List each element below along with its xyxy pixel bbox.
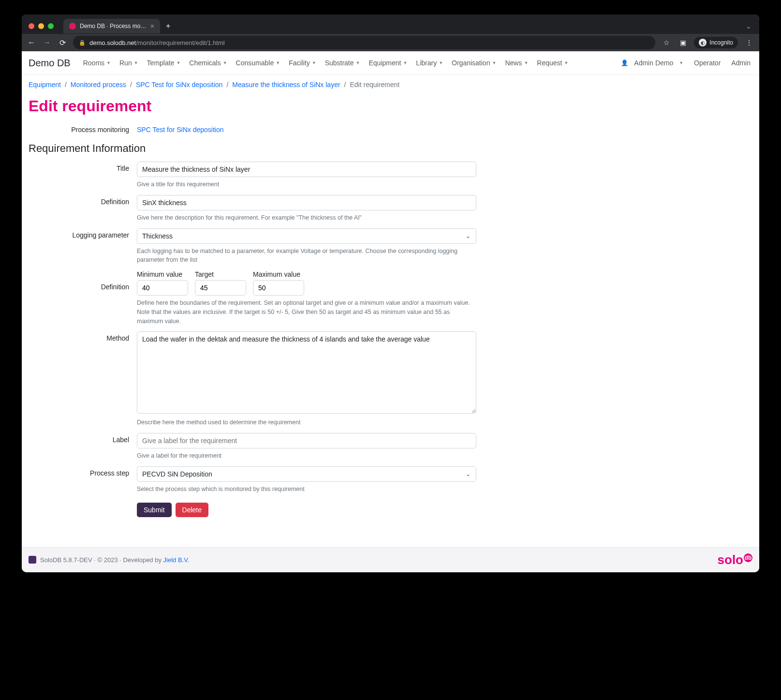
nav-template[interactable]: Template▼ bbox=[143, 56, 185, 70]
nav-library[interactable]: Library▼ bbox=[412, 56, 447, 70]
target-label: Target bbox=[195, 270, 246, 278]
field-bounds-label: Definition bbox=[29, 270, 137, 326]
forward-button[interactable]: → bbox=[42, 38, 52, 47]
footer-link[interactable]: Jield B.V. bbox=[163, 556, 190, 564]
nav-operator[interactable]: Operator bbox=[692, 56, 722, 70]
breadcrumb-spc-test[interactable]: SPC Test for SiNx deposition bbox=[136, 81, 223, 89]
page-title: Edit requirement bbox=[29, 97, 752, 115]
chevron-down-icon: ▼ bbox=[564, 60, 568, 65]
field-definition-row: Definition Give here the description for… bbox=[29, 195, 476, 223]
panel-icon[interactable]: ▣ bbox=[678, 39, 688, 46]
max-label: Maximum value bbox=[253, 270, 304, 278]
field-method-label: Method bbox=[29, 331, 137, 427]
close-tab-icon[interactable]: × bbox=[150, 22, 154, 30]
chevron-down-icon: ▼ bbox=[176, 60, 180, 65]
field-process-step-select[interactable]: PECVD SiN Deposition bbox=[137, 466, 476, 482]
field-method-help: Describe here the method used to determi… bbox=[137, 418, 476, 427]
nav-chemicals[interactable]: Chemicals▼ bbox=[185, 56, 231, 70]
browser-window: Demo DB · Process monitoring × + ⌄ ← → ⟳… bbox=[22, 15, 759, 572]
nav-rooms[interactable]: Rooms▼ bbox=[79, 56, 115, 70]
browser-tab[interactable]: Demo DB · Process monitoring × bbox=[63, 19, 160, 33]
field-bounds-row: Definition Minimum value Target Maximum … bbox=[29, 270, 476, 326]
kebab-menu-icon[interactable]: ⋮ bbox=[744, 39, 754, 46]
field-logging-param-select[interactable]: Thickness bbox=[137, 228, 476, 244]
section-heading: Requirement Information bbox=[29, 142, 752, 155]
incognito-badge[interactable]: ◐ Incognito bbox=[694, 37, 738, 48]
url-text: demo.solodb.net/monitor/requirement/edit… bbox=[89, 39, 225, 46]
breadcrumb-equipment[interactable]: Equipment bbox=[29, 81, 61, 89]
chevron-down-icon: ▼ bbox=[492, 60, 496, 65]
breadcrumb-monitored-process[interactable]: Monitored process bbox=[71, 81, 126, 89]
target-input[interactable] bbox=[195, 280, 246, 296]
maximize-window-button[interactable] bbox=[48, 23, 54, 29]
address-bar: ← → ⟳ 🔒 demo.solodb.net/monitor/requirem… bbox=[22, 34, 759, 51]
nav-news[interactable]: News▼ bbox=[501, 56, 532, 70]
bounds-inputs: Minimum value Target Maximum value bbox=[137, 270, 476, 296]
field-definition-help: Give here the description for this requi… bbox=[137, 213, 476, 223]
page-content: Edit requirement Process monitoring SPC … bbox=[22, 97, 759, 547]
chevron-down-icon: ▼ bbox=[524, 60, 528, 65]
nav-request[interactable]: Request▼ bbox=[533, 56, 572, 70]
field-definition-label: Definition bbox=[29, 195, 137, 223]
back-button[interactable]: ← bbox=[27, 38, 36, 47]
bookmark-icon[interactable]: ☆ bbox=[661, 39, 672, 46]
nav-facility[interactable]: Facility▼ bbox=[285, 56, 320, 70]
tab-bar: Demo DB · Process monitoring × + ⌄ bbox=[22, 15, 759, 34]
user-icon: 👤 bbox=[621, 60, 628, 66]
field-bounds-help: Define here the boundaries of the requir… bbox=[137, 298, 476, 326]
footer-text: SoloDB 5.8.7-DEV · © 2023 · Developed by… bbox=[40, 556, 189, 564]
field-process-step-help: Select the process step which is monitor… bbox=[137, 485, 476, 494]
nav-equipment[interactable]: Equipment▼ bbox=[365, 56, 411, 70]
breadcrumb: Equipment / Monitored process / SPC Test… bbox=[22, 75, 759, 94]
new-tab-button[interactable]: + bbox=[166, 22, 170, 30]
process-monitoring-link[interactable]: SPC Test for SiNx deposition bbox=[137, 123, 224, 134]
field-process-step-row: Process step PECVD SiN Deposition ⌄ Sele… bbox=[29, 466, 476, 494]
nav-organisation[interactable]: Organisation▼ bbox=[448, 56, 500, 70]
chevron-down-icon: ▼ bbox=[403, 60, 407, 65]
footer-logo-icon bbox=[29, 556, 36, 564]
chevron-down-icon: ▼ bbox=[356, 60, 360, 65]
nav-user-menu[interactable]: 👤 Admin Demo ▼ bbox=[619, 56, 685, 70]
field-label-label: Label bbox=[29, 433, 137, 461]
field-title-row: Title Give a title for this requirement bbox=[29, 162, 476, 189]
process-monitoring-row: Process monitoring SPC Test for SiNx dep… bbox=[29, 123, 752, 134]
chevron-down-icon: ▼ bbox=[134, 60, 138, 65]
submit-button[interactable]: Submit bbox=[137, 503, 172, 517]
window-controls bbox=[29, 23, 54, 29]
delete-button[interactable]: Delete bbox=[176, 503, 208, 517]
chevron-down-icon: ▼ bbox=[223, 60, 227, 65]
chevron-down-icon: ▼ bbox=[679, 60, 683, 65]
nav-consumable[interactable]: Consumable▼ bbox=[232, 56, 284, 70]
field-method-textarea[interactable]: Load the wafer in the dektak and measure… bbox=[137, 331, 476, 414]
tab-title: Demo DB · Process monitoring bbox=[80, 23, 147, 30]
navbar-right: 👤 Admin Demo ▼ Operator Admin bbox=[619, 56, 752, 70]
field-title-input[interactable] bbox=[137, 162, 476, 177]
nav-run[interactable]: Run▼ bbox=[116, 56, 142, 70]
nav-substrate[interactable]: Substrate▼ bbox=[321, 56, 364, 70]
button-row: Submit Delete bbox=[29, 500, 476, 517]
navbar-brand[interactable]: Demo DB bbox=[29, 58, 71, 69]
field-process-step-label: Process step bbox=[29, 466, 137, 494]
process-monitoring-label: Process monitoring bbox=[29, 123, 137, 134]
min-input[interactable] bbox=[137, 280, 188, 296]
field-logging-param-label: Logging parameter bbox=[29, 228, 137, 265]
field-label-input[interactable] bbox=[137, 433, 476, 448]
main-navbar: Demo DB Rooms▼ Run▼ Template▼ Chemicals▼… bbox=[22, 51, 759, 75]
nav-admin[interactable]: Admin bbox=[729, 56, 752, 70]
footer-left: SoloDB 5.8.7-DEV · © 2023 · Developed by… bbox=[29, 556, 189, 564]
breadcrumb-active: Edit requirement bbox=[350, 81, 400, 89]
min-label: Minimum value bbox=[137, 270, 188, 278]
minimize-window-button[interactable] bbox=[38, 23, 44, 29]
reload-button[interactable]: ⟳ bbox=[58, 38, 67, 47]
field-method-row: Method Load the wafer in the dektak and … bbox=[29, 331, 476, 427]
breadcrumb-measure-thickness[interactable]: Measure the thickness of SiNx layer bbox=[232, 81, 340, 89]
field-title-help: Give a title for this requirement bbox=[137, 180, 476, 189]
field-title-label: Title bbox=[29, 162, 137, 189]
close-window-button[interactable] bbox=[29, 23, 34, 29]
max-input[interactable] bbox=[253, 280, 304, 296]
field-logging-param-help: Each logging has to be matched to a para… bbox=[137, 247, 476, 265]
chevron-down-icon: ▼ bbox=[106, 60, 111, 65]
field-definition-input[interactable] bbox=[137, 195, 476, 210]
tabs-chevron-icon[interactable]: ⌄ bbox=[746, 22, 752, 30]
url-input[interactable]: 🔒 demo.solodb.net/monitor/requirement/ed… bbox=[73, 36, 655, 49]
